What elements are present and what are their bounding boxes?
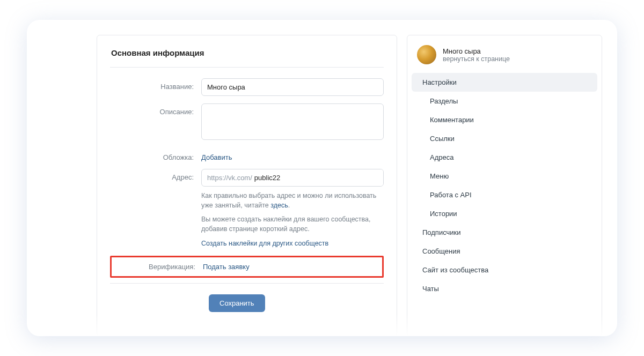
sidebar-menu: НастройкиРазделыКомментарииСсылкиАдресаМ… [407, 73, 602, 298]
sidebar-item-9[interactable]: Сообщения [412, 242, 597, 261]
description-input[interactable] [201, 103, 384, 140]
main-settings-card: Основная информация Название: Описание: … [97, 35, 397, 336]
cover-add-link[interactable]: Добавить [201, 153, 232, 161]
description-label: Описание: [110, 103, 201, 116]
sidebar-item-3[interactable]: Ссылки [412, 129, 597, 148]
address-prefix: https://vk.com/ [202, 169, 253, 186]
sidebar-item-6[interactable]: Работа с API [412, 186, 597, 204]
verification-highlight: Верификация: Подать заявку [110, 256, 384, 278]
address-hint-link[interactable]: здесь [270, 202, 288, 209]
sidebar-item-4[interactable]: Адреса [412, 148, 597, 167]
sidebar-item-1[interactable]: Разделы [412, 92, 597, 110]
address-input[interactable] [253, 169, 383, 186]
name-input[interactable] [201, 78, 384, 96]
sidebar-item-8[interactable]: Подписчики [412, 223, 597, 242]
stickers-link[interactable]: Создать наклейки для других сообществ [201, 240, 328, 247]
sidebar-item-7[interactable]: Истории [412, 204, 597, 223]
sidebar-item-0[interactable]: Настройки [412, 73, 597, 92]
address-field: https://vk.com/ [201, 169, 384, 187]
sidebar-item-10[interactable]: Сайт из сообщества [412, 261, 597, 279]
address-hint-2: Вы можете создать наклейки для вашего со… [201, 214, 384, 234]
address-label: Адрес: [110, 169, 201, 181]
back-to-page-link[interactable]: вернуться к странице [443, 55, 510, 63]
community-name: Много сыра [443, 47, 510, 55]
name-label: Название: [110, 78, 201, 91]
save-button[interactable]: Сохранить [209, 294, 265, 312]
address-hint-1: Как правильно выбрать адрес и можно ли и… [201, 191, 384, 210]
sidebar-card: Много сыра вернуться к странице Настройк… [407, 35, 602, 336]
verification-label: Верификация: [116, 263, 203, 271]
cover-label: Обложка: [110, 149, 201, 161]
section-title: Основная информация [110, 48, 384, 67]
sidebar-item-2[interactable]: Комментарии [412, 110, 597, 129]
divider [110, 67, 384, 68]
verification-apply-link[interactable]: Подать заявку [203, 263, 250, 271]
avatar [417, 45, 436, 64]
divider [110, 283, 384, 284]
sidebar-item-5[interactable]: Меню [412, 167, 597, 186]
sidebar-item-11[interactable]: Чаты [412, 279, 597, 298]
